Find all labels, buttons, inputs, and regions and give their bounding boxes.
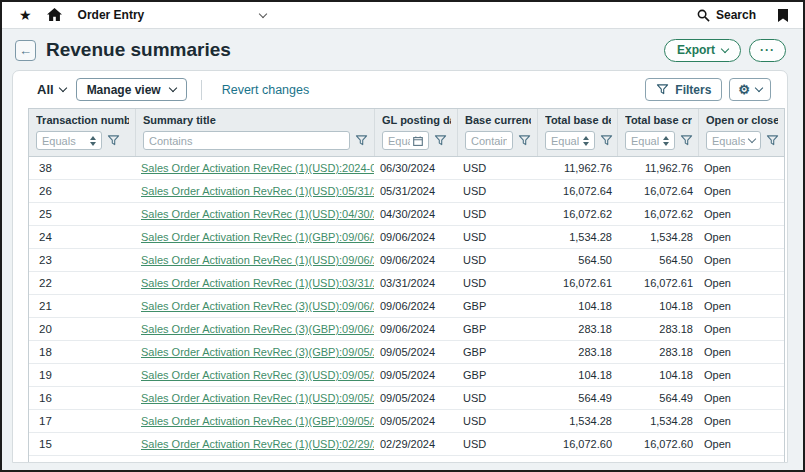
cell-open-or-closed: Open	[698, 346, 784, 358]
summary-title-link[interactable]: Sales Order Activation RevRec (1)(USD):0…	[141, 208, 374, 220]
toolbar-right: Filters ⚙	[645, 78, 771, 101]
filter-funnel-icon[interactable]	[107, 134, 120, 147]
filter-funnel-icon[interactable]	[680, 134, 693, 147]
cell-transaction-number: 21	[29, 300, 135, 312]
column-label: Transaction number	[36, 114, 129, 126]
cell-gl-posting-date: 06/30/2024	[374, 162, 457, 174]
filter-funnel-icon[interactable]	[434, 134, 447, 147]
table-row: 22 Sales Order Activation RevRec (1)(USD…	[29, 272, 784, 295]
view-scope-selector[interactable]: All	[37, 82, 66, 97]
base-currency-filter-input[interactable]	[465, 131, 513, 150]
column-label: GL posting date	[382, 114, 451, 126]
page-header: ← Revenue summaries Export ···	[2, 29, 803, 71]
cell-transaction-number: 38	[29, 162, 135, 174]
export-button[interactable]: Export	[664, 39, 741, 62]
cell-total-base-credit: 283.18	[617, 323, 698, 335]
open-or-closed-filter-select[interactable]: Equals	[706, 131, 761, 150]
cell-total-base-debit: 11,962.76	[537, 162, 617, 174]
back-arrow-icon: ←	[19, 44, 32, 57]
back-button[interactable]: ←	[15, 40, 36, 61]
table-row: 21 Sales Order Activation RevRec (3)(USD…	[29, 295, 784, 318]
summary-title-link[interactable]: Sales Order Activation RevRec (1)(GBP):0…	[141, 231, 374, 243]
cell-transaction-number: 24	[29, 231, 135, 243]
total-base-debit-operator-select[interactable]: Equals	[545, 131, 595, 150]
cell-open-or-closed: Open	[698, 438, 784, 450]
manage-view-button[interactable]: Manage view	[76, 78, 187, 101]
chevron-down-icon	[755, 84, 763, 92]
filter-funnel-icon[interactable]	[518, 134, 531, 147]
bookmark-icon[interactable]	[778, 9, 788, 22]
cell-transaction-number: 20	[29, 323, 135, 335]
cell-base-currency: USD	[457, 231, 537, 243]
cell-total-base-debit: 564.49	[537, 392, 617, 404]
table-row: 20 Sales Order Activation RevRec (3)(GBP…	[29, 318, 784, 341]
column-total-base-debit: Total base debit Equals	[537, 109, 617, 156]
summary-title-link[interactable]: Sales Order Activation RevRec (1)(USD):0…	[141, 392, 374, 404]
revert-changes-link[interactable]: Revert changes	[222, 83, 310, 97]
cell-gl-posting-date: 02/29/2024	[374, 438, 457, 450]
summary-title-filter-input[interactable]	[143, 131, 350, 150]
favorites-star-icon[interactable]: ★	[19, 8, 32, 22]
cell-total-base-debit: 283.18	[537, 346, 617, 358]
cell-open-or-closed: Open	[698, 162, 784, 174]
app-module-menu[interactable]: Order Entry	[78, 8, 267, 22]
table-row: 15 Sales Order Activation RevRec (1)(USD…	[29, 433, 784, 456]
more-actions-button[interactable]: ···	[749, 39, 786, 62]
table-row: 38 Sales Order Activation RevRec (1)(USD…	[29, 157, 784, 180]
cell-transaction-number: 15	[29, 438, 135, 450]
summary-title-link[interactable]: Contract Invoice RevRec (1)(USD):06/20/2…	[141, 461, 374, 463]
cell-gl-posting-date: 09/06/2024	[374, 231, 457, 243]
cell-total-base-debit: 1,534.28	[537, 415, 617, 427]
chevron-down-icon	[721, 44, 729, 52]
cell-base-currency: USD	[457, 277, 537, 289]
filters-button[interactable]: Filters	[645, 78, 722, 101]
cell-gl-posting-date: 04/30/2024	[374, 208, 457, 220]
summary-title-link[interactable]: Sales Order Activation RevRec (1)(USD):0…	[141, 277, 374, 289]
total-base-credit-operator-select[interactable]: Equals	[625, 131, 675, 150]
column-label: Base currency	[465, 114, 531, 126]
cell-gl-posting-date: 09/05/2024	[374, 346, 457, 358]
home-icon[interactable]	[47, 8, 62, 22]
manage-view-label: Manage view	[87, 83, 161, 97]
cell-open-or-closed: Open	[698, 369, 784, 381]
export-label: Export	[677, 43, 715, 57]
gl-posting-date-filter[interactable]: Equals	[382, 131, 429, 150]
table-row: 19 Sales Order Activation RevRec (3)(USD…	[29, 364, 784, 387]
cell-base-currency: GBP	[457, 346, 537, 358]
summary-title-link[interactable]: Sales Order Activation RevRec (3)(GBP):0…	[141, 346, 374, 358]
table-header-row: Transaction number Equals Summary title	[29, 109, 784, 157]
transaction-number-operator-select[interactable]: Equals	[36, 131, 102, 150]
cell-total-base-credit: 16,072.64	[617, 185, 698, 197]
column-label: Summary title	[143, 114, 368, 126]
search-button[interactable]: Search	[697, 8, 756, 22]
chevron-down-icon	[58, 84, 66, 92]
cell-total-base-credit: 564.49	[617, 392, 698, 404]
cell-transaction-number: 26	[29, 185, 135, 197]
table-row: 24 Sales Order Activation RevRec (1)(GBP…	[29, 226, 784, 249]
summary-title-link[interactable]: Sales Order Activation RevRec (1)(GBP):0…	[141, 415, 374, 427]
list-settings-button[interactable]: ⚙	[729, 78, 771, 101]
cell-gl-posting-date: 03/31/2024	[374, 277, 457, 289]
summary-title-link[interactable]: Sales Order Activation RevRec (1)(USD):0…	[141, 254, 374, 266]
summary-title-link[interactable]: Sales Order Activation RevRec (1)(USD):0…	[141, 438, 374, 450]
summary-title-link[interactable]: Sales Order Activation RevRec (3)(GBP):0…	[141, 323, 374, 335]
summary-title-link[interactable]: Sales Order Activation RevRec (3)(USD):0…	[141, 300, 374, 312]
cell-transaction-number: 17	[29, 415, 135, 427]
filter-funnel-icon[interactable]	[766, 134, 779, 147]
cell-gl-posting-date: 09/05/2024	[374, 415, 457, 427]
summary-title-link[interactable]: Sales Order Activation RevRec (1)(USD):2…	[141, 162, 374, 174]
filter-funnel-icon[interactable]	[355, 134, 368, 147]
column-transaction-number: Transaction number Equals	[29, 109, 135, 156]
gear-icon: ⚙	[738, 83, 750, 96]
summary-title-link[interactable]: Sales Order Activation RevRec (1)(USD):0…	[141, 185, 374, 197]
cell-total-base-credit: 86,272.84	[617, 461, 698, 463]
ellipsis-icon: ···	[760, 43, 775, 57]
summary-title-link[interactable]: Sales Order Activation RevRec (3)(USD):0…	[141, 369, 374, 381]
cell-gl-posting-date: 09/06/2024	[374, 323, 457, 335]
content-card: All Manage view Revert changes Filters ⚙	[12, 70, 788, 463]
cell-gl-posting-date: 09/06/2024	[374, 300, 457, 312]
filter-funnel-icon[interactable]	[600, 134, 613, 147]
cell-total-base-credit: 1,534.28	[617, 231, 698, 243]
chevron-down-icon	[748, 135, 756, 143]
table-body: 38 Sales Order Activation RevRec (1)(USD…	[29, 157, 784, 463]
